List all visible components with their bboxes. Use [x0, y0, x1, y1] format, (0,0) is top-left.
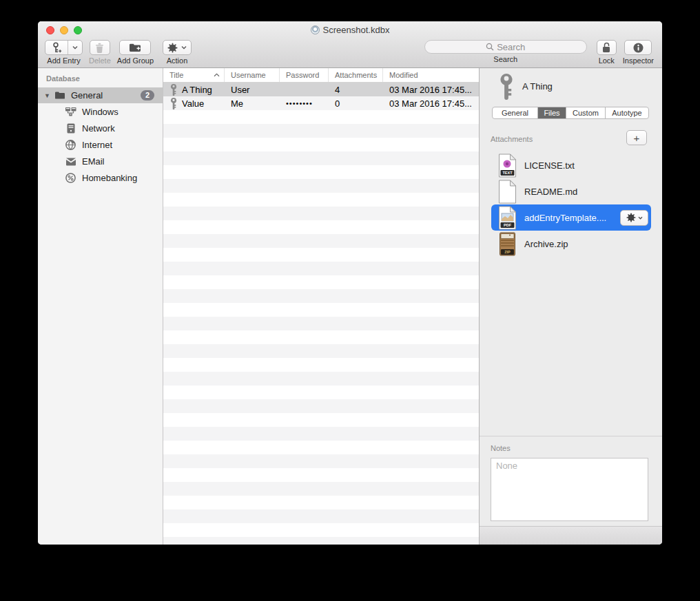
attachment-row[interactable]: README.md — [491, 178, 651, 204]
tab-autotype[interactable]: Autotype — [605, 107, 648, 118]
attachments-section-label: Attachments — [491, 135, 533, 143]
delete-button[interactable] — [90, 40, 110, 55]
gear-icon — [167, 43, 178, 53]
envelope-icon — [65, 158, 76, 166]
entry-attachments-count: 4 — [329, 85, 383, 95]
folder-icon — [54, 91, 65, 100]
sidebar-item-label: Network — [82, 123, 115, 134]
zoom-button[interactable] — [74, 26, 82, 34]
attachment-row[interactable]: ZIP Archive.zip — [491, 231, 651, 257]
window-title: Screenshot.kdbx — [323, 25, 390, 35]
percent-icon — [65, 173, 76, 183]
attachment-name: LICENSE.txt — [524, 160, 575, 171]
sidebar-item-label: Internet — [82, 140, 112, 150]
add-group-button[interactable] — [119, 40, 151, 55]
entry-attachments-count: 0 — [329, 98, 383, 109]
attachment-name: README.md — [524, 187, 577, 197]
sidebar-item-label: EMail — [82, 156, 105, 167]
lock-item: Lock — [597, 40, 617, 65]
column-header-username[interactable]: Username — [225, 68, 280, 82]
disclosure-triangle-icon[interactable]: ▼ — [44, 92, 52, 99]
inspector-tabs: General Files Custom Autotype — [492, 107, 649, 119]
sidebar-item-homebanking[interactable]: Homebanking — [38, 170, 163, 186]
sidebar: Database ▼ General 2 Windows Network — [38, 68, 163, 545]
unlocked-padlock-icon — [601, 42, 611, 53]
key-plus-icon[interactable] — [45, 41, 68, 54]
gear-icon — [626, 213, 636, 222]
column-header-title[interactable]: Title — [163, 68, 225, 82]
add-group-label: Add Group — [117, 56, 154, 65]
sort-ascending-icon — [214, 72, 220, 78]
tab-files[interactable]: Files — [537, 107, 566, 118]
action-item: Action — [163, 40, 192, 65]
sidebar-item-general[interactable]: ▼ General 2 — [38, 87, 163, 103]
table-body[interactable]: A Thing User 4 03 Mar 2016 17:45... Valu… — [163, 83, 479, 545]
inspector-item: Inspector — [623, 40, 654, 65]
action-button[interactable] — [163, 40, 192, 55]
lock-label: Lock — [599, 56, 615, 65]
zip-file-icon: ZIP — [498, 232, 517, 256]
add-entry-dropdown-arrow[interactable] — [68, 41, 82, 54]
lock-button[interactable] — [597, 40, 617, 55]
inspector-panel: A Thing General Files Custom Autotype At… — [479, 68, 662, 545]
sidebar-item-internet[interactable]: Internet — [38, 137, 163, 153]
info-icon — [633, 43, 644, 53]
notes-section-label: Notes — [491, 444, 511, 452]
sidebar-section-header: Database — [38, 68, 163, 87]
window-header: Screenshot.kdbx Add Entry Del — [38, 21, 662, 68]
pdf-file-icon: PDF — [498, 206, 517, 230]
svg-text:PDF: PDF — [504, 223, 512, 227]
add-entry-item: Add Entry — [45, 40, 83, 65]
inspector-bottom-bar — [480, 526, 662, 545]
add-attachment-button[interactable]: + — [626, 130, 647, 145]
entry-password: •••••••• — [280, 99, 329, 107]
action-label: Action — [167, 56, 188, 65]
delete-item: Delete — [89, 40, 111, 65]
sidebar-item-network[interactable]: Network — [38, 120, 163, 136]
notes-input[interactable] — [491, 458, 648, 521]
entry-title: Value — [182, 98, 204, 109]
table-row[interactable]: Value Me •••••••• 0 03 Mar 2016 17:45... — [163, 96, 479, 110]
entry-username: Me — [225, 98, 280, 109]
app-window: Screenshot.kdbx Add Entry Del — [38, 21, 662, 545]
key-icon — [170, 98, 177, 109]
attachment-name: Archive.zip — [524, 239, 568, 249]
sidebar-item-label: General — [71, 90, 103, 101]
trash-icon — [95, 43, 104, 53]
toolbar: Add Entry Delete Add Group Action — [38, 38, 662, 68]
entry-modified: 03 Mar 2016 17:45... — [383, 98, 479, 109]
delete-label: Delete — [89, 56, 111, 65]
inspector-button[interactable] — [624, 40, 652, 55]
entry-username: User — [225, 85, 280, 95]
attachment-row[interactable]: TEXT LICENSE.txt — [491, 152, 651, 178]
column-header-modified[interactable]: Modified — [383, 68, 479, 82]
sidebar-item-email[interactable]: EMail — [38, 154, 163, 169]
attachment-action-button[interactable] — [620, 210, 648, 226]
search-icon — [486, 43, 494, 51]
document-proxy-icon — [311, 25, 320, 34]
attachment-row-selected[interactable]: PDF addEntryTemplate.... — [491, 204, 651, 231]
sidebar-item-windows[interactable]: Windows — [38, 104, 163, 120]
titlebar[interactable]: Screenshot.kdbx — [38, 21, 662, 38]
column-header-password[interactable]: Password — [280, 68, 329, 82]
add-entry-button[interactable] — [45, 40, 83, 55]
traffic-lights — [46, 26, 82, 34]
table-header: Title Username Password Attachments Modi… — [163, 68, 479, 83]
search-placeholder: Search — [497, 42, 525, 52]
chevron-down-icon — [638, 216, 643, 220]
column-header-attachments[interactable]: Attachments — [329, 68, 383, 82]
table-row[interactable]: A Thing User 4 03 Mar 2016 17:45... — [163, 83, 479, 96]
chevron-down-icon — [181, 45, 187, 50]
tab-custom[interactable]: Custom — [566, 107, 605, 118]
minimize-button[interactable] — [60, 26, 68, 34]
close-button[interactable] — [46, 26, 54, 34]
divider — [480, 436, 662, 436]
entry-table: Title Username Password Attachments Modi… — [163, 68, 479, 545]
inspector-entry-title: A Thing — [522, 81, 553, 92]
svg-text:ZIP: ZIP — [504, 250, 511, 254]
sidebar-item-label: Homebanking — [82, 173, 137, 183]
search-input[interactable]: Search — [424, 40, 587, 54]
entry-count-badge: 2 — [141, 90, 154, 101]
key-icon — [170, 84, 177, 96]
tab-general[interactable]: General — [493, 107, 537, 118]
